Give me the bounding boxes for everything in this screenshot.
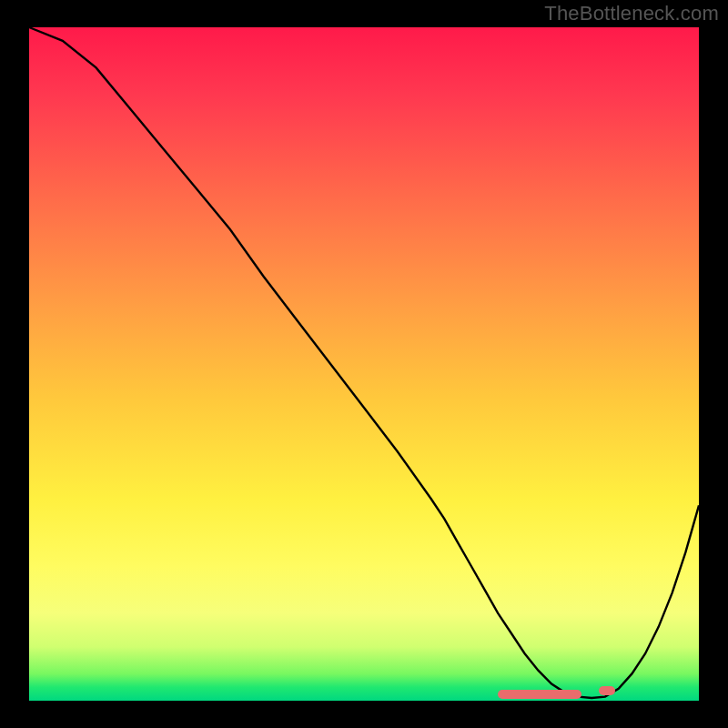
watermark-text: TheBottleneck.com [544, 2, 719, 25]
highlight-dash-left [498, 690, 581, 699]
chart-plot-area [29, 27, 699, 701]
highlight-dash-right [599, 686, 615, 695]
bottleneck-curve [29, 27, 699, 701]
